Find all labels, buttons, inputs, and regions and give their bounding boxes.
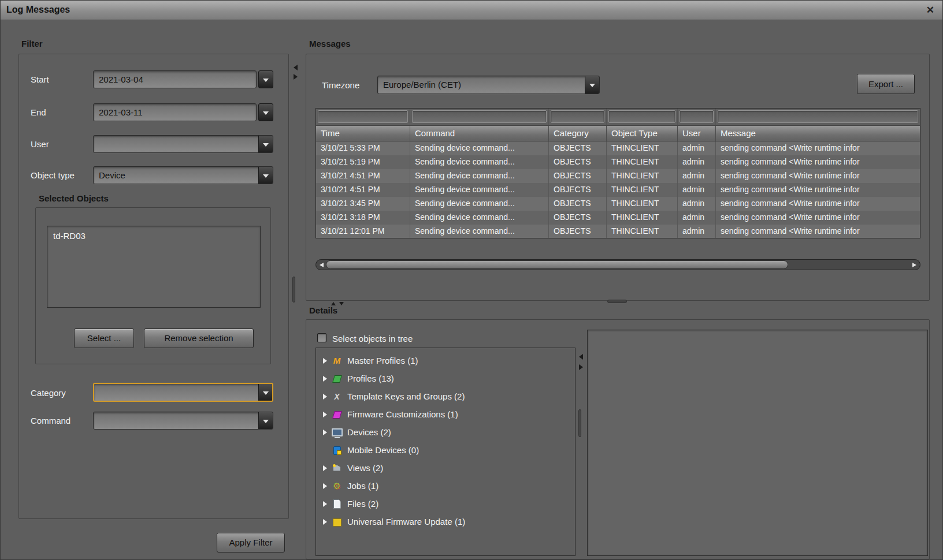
user-combo[interactable] (93, 135, 273, 153)
start-date-field[interactable]: 2021-03-04 (93, 70, 257, 88)
category-combo[interactable] (93, 383, 273, 402)
column-header-category[interactable]: Category (549, 126, 607, 141)
timezone-combo[interactable]: Europe/Berlin (CET) (377, 76, 600, 94)
start-date-dropdown-icon[interactable] (258, 70, 273, 88)
expand-arrow-icon[interactable] (323, 519, 327, 525)
expand-arrow-icon[interactable] (323, 465, 327, 471)
expand-arrow-icon[interactable] (323, 483, 327, 489)
table-cell: admin (678, 169, 716, 183)
table-cell: sending command <Write runtime infor (716, 211, 920, 225)
expand-arrow-icon[interactable] (323, 376, 327, 382)
detail-splitter-grip[interactable] (578, 409, 581, 437)
table-cell: 3/10/21 4:51 PM (316, 169, 410, 183)
command-combo[interactable] (93, 412, 273, 430)
expand-arrow-icon[interactable] (323, 501, 327, 507)
title-bar: Log Messages ✕ (1, 1, 942, 20)
tree-item[interactable]: Profiles (13) (316, 369, 575, 387)
end-date-dropdown-icon[interactable] (258, 103, 273, 121)
views-icon (332, 464, 342, 473)
table-row[interactable]: 3/10/21 12:01 PMSending device command..… (316, 225, 920, 238)
table-cell: OBJECTS (549, 141, 607, 155)
column-filter-cell (410, 109, 549, 125)
column-header-user[interactable]: User (678, 126, 716, 141)
column-filter-cell (316, 109, 410, 125)
column-header-command[interactable]: Command (410, 126, 549, 141)
expand-arrow-icon[interactable] (323, 358, 327, 364)
scroll-right-icon[interactable] (912, 263, 916, 267)
tree-item[interactable]: Mobile Devices (0) (316, 441, 575, 459)
close-icon[interactable]: ✕ (926, 4, 934, 16)
tree-item[interactable]: Universal Firmware Update (1) (316, 513, 575, 531)
window-title: Log Messages (6, 5, 70, 15)
column-filter-input[interactable] (608, 110, 675, 123)
column-filter-input[interactable] (412, 110, 547, 123)
tree-item-label: Files (2) (347, 499, 378, 509)
column-filter-cell (716, 109, 920, 125)
table-cell: 3/10/21 5:19 PM (316, 155, 410, 169)
objects-tree[interactable]: Master Profiles (1)Profiles (13)Template… (315, 348, 576, 556)
object-type-dropdown-icon[interactable] (258, 166, 273, 184)
horizontal-scrollbar[interactable] (315, 259, 920, 270)
detail-expand-right-icon[interactable] (579, 364, 583, 370)
apply-filter-button[interactable]: Apply Filter (217, 533, 285, 552)
expand-arrow-icon[interactable] (323, 430, 327, 435)
expand-arrow-icon[interactable] (323, 412, 327, 417)
table-row[interactable]: 3/10/21 5:33 PMSending device command...… (316, 141, 920, 155)
vertical-splitter-grip[interactable] (292, 277, 295, 303)
object-type-combo[interactable]: Device (93, 166, 273, 184)
column-filter-input[interactable] (718, 110, 918, 123)
tree-item[interactable]: Firmware Customizations (1) (316, 405, 575, 423)
end-date-field[interactable]: 2021-03-11 (93, 103, 257, 121)
export-button[interactable]: Export ... (857, 74, 915, 94)
column-header-object-type[interactable]: Object Type (607, 126, 678, 141)
command-label: Command (31, 416, 70, 425)
horizontal-splitter-grip[interactable] (607, 300, 627, 303)
remove-selection-button[interactable]: Remove selection (144, 328, 254, 348)
selected-object-item[interactable]: td-RD03 (47, 230, 260, 242)
collapse-left-icon[interactable] (294, 65, 298, 70)
column-filter-input[interactable] (551, 110, 604, 123)
table-cell: THINCLIENT (607, 211, 678, 225)
tree-item[interactable]: Template Keys and Groups (2) (316, 387, 575, 405)
table-row[interactable]: 3/10/21 3:45 PMSending device command...… (316, 197, 920, 211)
details-section-title: Details (309, 305, 337, 315)
table-cell: sending command <Write runtime infor (716, 155, 920, 169)
mobile-devices-icon (332, 446, 342, 455)
select-objects-in-tree-checkbox[interactable] (317, 333, 326, 342)
detail-collapse-left-icon[interactable] (579, 354, 583, 360)
table-cell: 3/10/21 5:33 PM (316, 141, 410, 155)
table-row[interactable]: 3/10/21 4:51 PMSending device command...… (316, 169, 920, 183)
table-cell: OBJECTS (549, 183, 607, 197)
table-row[interactable]: 3/10/21 5:19 PMSending device command...… (316, 155, 920, 169)
user-dropdown-icon[interactable] (258, 135, 273, 153)
command-dropdown-icon[interactable] (258, 412, 273, 430)
timezone-dropdown-icon[interactable] (585, 76, 600, 94)
splitter-down-icon[interactable] (339, 302, 344, 305)
tree-item-label: Template Keys and Groups (2) (347, 391, 465, 401)
object-type-label: Object type (31, 170, 75, 180)
jobs-icon (332, 481, 342, 491)
scrollbar-thumb[interactable] (326, 260, 788, 269)
timezone-label: Timezone (322, 80, 359, 90)
column-header-time[interactable]: Time (316, 126, 410, 141)
scroll-left-icon[interactable] (320, 263, 324, 267)
table-row[interactable]: 3/10/21 4:51 PMSending device command...… (316, 183, 920, 197)
column-header-message[interactable]: Message (716, 126, 920, 141)
column-filter-input[interactable] (318, 110, 408, 123)
table-row[interactable]: 3/10/21 3:18 PMSending device command...… (316, 211, 920, 225)
tree-item[interactable]: Devices (2) (316, 423, 575, 441)
expand-right-icon[interactable] (294, 74, 298, 80)
tree-item[interactable]: Master Profiles (1) (316, 352, 575, 369)
select-objects-button[interactable]: Select ... (74, 328, 134, 348)
tree-item[interactable]: Jobs (1) (316, 477, 575, 495)
start-label: Start (31, 74, 49, 84)
selected-objects-list[interactable]: td-RD03 (47, 226, 261, 308)
tree-item[interactable]: Views (2) (316, 459, 575, 477)
category-dropdown-icon[interactable] (258, 383, 273, 402)
expand-arrow-icon[interactable] (323, 394, 327, 400)
universal-firmware-update-icon (332, 517, 342, 527)
tree-item[interactable]: Files (2) (316, 495, 575, 513)
table-cell: sending command <Write runtime infor (716, 197, 920, 211)
column-filter-input[interactable] (680, 110, 714, 123)
profiles-icon (332, 374, 342, 383)
